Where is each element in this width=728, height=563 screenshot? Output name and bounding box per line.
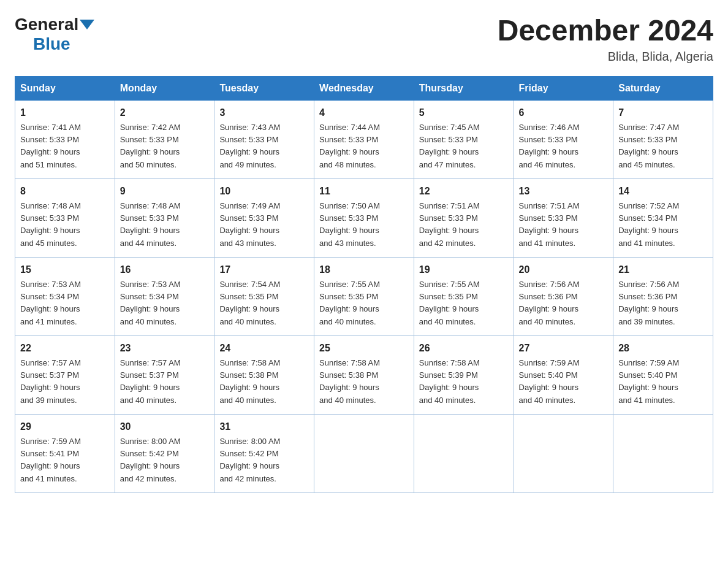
day-number: 3 [219, 105, 309, 120]
day-info: Sunrise: 8:00 AMSunset: 5:42 PMDaylight:… [219, 437, 280, 483]
day-info: Sunrise: 7:47 AMSunset: 5:33 PMDaylight:… [618, 123, 679, 169]
day-info: Sunrise: 7:50 AMSunset: 5:33 PMDaylight:… [319, 201, 380, 248]
day-number: 21 [618, 262, 708, 277]
day-info: Sunrise: 7:59 AMSunset: 5:40 PMDaylight:… [519, 358, 580, 405]
calendar-header-row: SundayMondayTuesdayWednesdayThursdayFrid… [15, 76, 713, 100]
day-number: 10 [219, 184, 309, 199]
day-number: 5 [419, 105, 509, 120]
col-header-wednesday: Wednesday [314, 76, 414, 100]
day-info: Sunrise: 7:58 AMSunset: 5:38 PMDaylight:… [319, 358, 380, 405]
day-number: 29 [20, 419, 110, 434]
day-info: Sunrise: 7:48 AMSunset: 5:33 PMDaylight:… [120, 201, 181, 248]
day-number: 19 [419, 262, 509, 277]
day-info: Sunrise: 7:55 AMSunset: 5:35 PMDaylight:… [419, 280, 480, 326]
day-info: Sunrise: 7:45 AMSunset: 5:33 PMDaylight:… [419, 123, 480, 169]
week-row-4: 22Sunrise: 7:57 AMSunset: 5:37 PMDayligh… [15, 335, 713, 414]
day-number: 31 [219, 419, 309, 434]
page-title: December 2024 [498, 15, 713, 47]
logo-blue-text: Blue [33, 34, 70, 54]
day-info: Sunrise: 7:41 AMSunset: 5:33 PMDaylight:… [20, 123, 81, 169]
day-info: Sunrise: 7:55 AMSunset: 5:35 PMDaylight:… [319, 280, 380, 326]
day-cell: 21Sunrise: 7:56 AMSunset: 5:36 PMDayligh… [613, 257, 713, 335]
day-cell: 5Sunrise: 7:45 AMSunset: 5:33 PMDaylight… [414, 100, 514, 178]
day-cell [314, 414, 414, 492]
logo-arrow-icon [80, 20, 94, 29]
week-row-1: 1Sunrise: 7:41 AMSunset: 5:33 PMDaylight… [15, 100, 713, 178]
day-cell: 10Sunrise: 7:49 AMSunset: 5:33 PMDayligh… [214, 178, 314, 257]
day-info: Sunrise: 7:49 AMSunset: 5:33 PMDaylight:… [219, 201, 280, 248]
day-info: Sunrise: 7:42 AMSunset: 5:33 PMDaylight:… [120, 123, 181, 169]
day-cell: 23Sunrise: 7:57 AMSunset: 5:37 PMDayligh… [115, 335, 214, 414]
col-header-thursday: Thursday [414, 76, 514, 100]
day-cell: 17Sunrise: 7:54 AMSunset: 5:35 PMDayligh… [214, 257, 314, 335]
day-cell: 14Sunrise: 7:52 AMSunset: 5:34 PMDayligh… [613, 178, 713, 257]
col-header-monday: Monday [115, 76, 214, 100]
day-cell: 22Sunrise: 7:57 AMSunset: 5:37 PMDayligh… [15, 335, 115, 414]
week-row-3: 15Sunrise: 7:53 AMSunset: 5:34 PMDayligh… [15, 257, 713, 335]
day-number: 8 [20, 184, 110, 199]
day-cell: 8Sunrise: 7:48 AMSunset: 5:33 PMDaylight… [15, 178, 115, 257]
day-number: 25 [319, 341, 409, 356]
day-info: Sunrise: 7:54 AMSunset: 5:35 PMDaylight:… [219, 280, 280, 326]
day-number: 18 [319, 262, 409, 277]
day-number: 24 [219, 341, 309, 356]
col-header-friday: Friday [514, 76, 613, 100]
logo: General Blue [15, 15, 94, 54]
day-info: Sunrise: 7:52 AMSunset: 5:34 PMDaylight:… [618, 201, 679, 248]
day-cell: 16Sunrise: 7:53 AMSunset: 5:34 PMDayligh… [115, 257, 214, 335]
day-number: 17 [219, 262, 309, 277]
day-number: 9 [120, 184, 210, 199]
day-info: Sunrise: 7:51 AMSunset: 5:33 PMDaylight:… [419, 201, 480, 248]
day-number: 11 [319, 184, 409, 199]
day-info: Sunrise: 7:53 AMSunset: 5:34 PMDaylight:… [120, 280, 181, 326]
day-number: 22 [20, 341, 110, 356]
day-info: Sunrise: 7:58 AMSunset: 5:38 PMDaylight:… [219, 358, 280, 405]
day-cell: 25Sunrise: 7:58 AMSunset: 5:38 PMDayligh… [314, 335, 414, 414]
col-header-tuesday: Tuesday [214, 76, 314, 100]
day-cell: 28Sunrise: 7:59 AMSunset: 5:40 PMDayligh… [613, 335, 713, 414]
day-info: Sunrise: 7:56 AMSunset: 5:36 PMDaylight:… [519, 280, 580, 326]
day-info: Sunrise: 8:00 AMSunset: 5:42 PMDaylight:… [120, 437, 181, 483]
day-cell: 19Sunrise: 7:55 AMSunset: 5:35 PMDayligh… [414, 257, 514, 335]
day-cell [414, 414, 514, 492]
page-header: General Blue December 2024 Blida, Blida,… [15, 15, 713, 64]
day-number: 13 [519, 184, 609, 199]
day-cell: 12Sunrise: 7:51 AMSunset: 5:33 PMDayligh… [414, 178, 514, 257]
day-cell: 20Sunrise: 7:56 AMSunset: 5:36 PMDayligh… [514, 257, 613, 335]
day-info: Sunrise: 7:56 AMSunset: 5:36 PMDaylight:… [618, 280, 679, 326]
day-cell: 24Sunrise: 7:58 AMSunset: 5:38 PMDayligh… [214, 335, 314, 414]
calendar-table: SundayMondayTuesdayWednesdayThursdayFrid… [15, 76, 713, 493]
day-cell: 26Sunrise: 7:58 AMSunset: 5:39 PMDayligh… [414, 335, 514, 414]
col-header-saturday: Saturday [613, 76, 713, 100]
day-number: 28 [618, 341, 708, 356]
day-cell: 29Sunrise: 7:59 AMSunset: 5:41 PMDayligh… [15, 414, 115, 492]
day-number: 16 [120, 262, 210, 277]
day-cell: 15Sunrise: 7:53 AMSunset: 5:34 PMDayligh… [15, 257, 115, 335]
day-info: Sunrise: 7:46 AMSunset: 5:33 PMDaylight:… [519, 123, 580, 169]
day-number: 1 [20, 105, 110, 120]
day-info: Sunrise: 7:44 AMSunset: 5:33 PMDaylight:… [319, 123, 380, 169]
day-cell: 6Sunrise: 7:46 AMSunset: 5:33 PMDaylight… [514, 100, 613, 178]
day-cell: 13Sunrise: 7:51 AMSunset: 5:33 PMDayligh… [514, 178, 613, 257]
week-row-2: 8Sunrise: 7:48 AMSunset: 5:33 PMDaylight… [15, 178, 713, 257]
day-number: 7 [618, 105, 708, 120]
day-number: 4 [319, 105, 409, 120]
day-number: 14 [618, 184, 708, 199]
day-cell: 18Sunrise: 7:55 AMSunset: 5:35 PMDayligh… [314, 257, 414, 335]
day-number: 6 [519, 105, 609, 120]
day-cell: 7Sunrise: 7:47 AMSunset: 5:33 PMDaylight… [613, 100, 713, 178]
day-number: 12 [419, 184, 509, 199]
title-section: December 2024 Blida, Blida, Algeria [498, 15, 713, 64]
day-cell: 3Sunrise: 7:43 AMSunset: 5:33 PMDaylight… [214, 100, 314, 178]
day-number: 27 [519, 341, 609, 356]
day-number: 23 [120, 341, 210, 356]
day-info: Sunrise: 7:58 AMSunset: 5:39 PMDaylight:… [419, 358, 480, 405]
day-cell: 9Sunrise: 7:48 AMSunset: 5:33 PMDaylight… [115, 178, 214, 257]
day-number: 2 [120, 105, 210, 120]
day-info: Sunrise: 7:57 AMSunset: 5:37 PMDaylight:… [20, 358, 81, 405]
day-info: Sunrise: 7:43 AMSunset: 5:33 PMDaylight:… [219, 123, 280, 169]
location-subtitle: Blida, Blida, Algeria [498, 50, 713, 64]
day-info: Sunrise: 7:53 AMSunset: 5:34 PMDaylight:… [20, 280, 81, 326]
logo-general-text: General [15, 15, 78, 34]
day-cell: 4Sunrise: 7:44 AMSunset: 5:33 PMDaylight… [314, 100, 414, 178]
